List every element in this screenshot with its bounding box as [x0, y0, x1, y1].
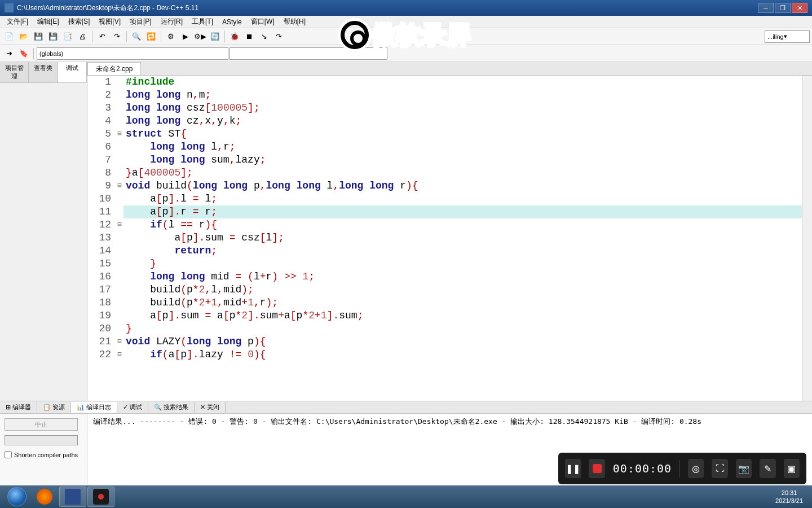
print-icon[interactable]: 🖨	[76, 30, 89, 43]
record-button[interactable]	[589, 459, 604, 478]
recording-toolbar: ❚❚ 00:00:00 ◎ ⛶ 📷 ✎ ▣	[558, 453, 806, 484]
save-all-icon[interactable]: 💾	[46, 30, 60, 43]
run-icon[interactable]: ▶	[179, 30, 192, 43]
menu-编辑[E][interactable]: 编辑[E]	[33, 16, 64, 28]
compile-icon[interactable]: ⚙	[164, 30, 178, 43]
side-tab[interactable]: 项目管理	[0, 62, 29, 82]
find-icon[interactable]: 🔍	[130, 30, 143, 43]
layout-icon[interactable]: ▣	[784, 459, 800, 478]
goto-icon[interactable]: ➜	[2, 47, 16, 60]
profile-combo[interactable]: ...iling ▾	[765, 30, 810, 43]
pen-icon[interactable]: ✎	[760, 459, 775, 478]
rebuild-icon[interactable]: 🔄	[208, 30, 222, 43]
code-editor[interactable]: 12345678910111213141516171819202122 ⊟⊟⊟⊟…	[87, 76, 812, 401]
camera-icon[interactable]: 📷	[736, 459, 752, 478]
new-file-icon[interactable]: 📄	[2, 30, 16, 43]
start-button[interactable]	[3, 487, 30, 507]
taskbar: 20:31 2021/3/21	[0, 485, 812, 508]
taskbar-devcpp[interactable]	[59, 487, 86, 507]
target-icon[interactable]: ◎	[688, 459, 704, 478]
bottom-tab[interactable]: 📋资源	[37, 402, 71, 413]
side-tabs: 项目管理查看类调试	[0, 62, 87, 83]
redo-icon[interactable]: ↷	[110, 30, 123, 43]
fold-column[interactable]: ⊟⊟⊟⊟⊟	[116, 76, 123, 401]
bottom-tabs: ⊞编译器📋资源📊编译日志✓调试🔍搜索结果✕关闭	[0, 401, 812, 413]
globals-combo[interactable]: (globals)	[37, 47, 228, 60]
menu-视图[V][interactable]: 视图[V]	[94, 16, 125, 28]
menu-运行[R][interactable]: 运行[R]	[156, 16, 187, 28]
bottom-tab[interactable]: 🔍搜索结果	[148, 402, 195, 413]
close-file-icon[interactable]: 📑	[61, 30, 74, 43]
menu-文件[F][interactable]: 文件[F]	[2, 16, 33, 28]
debug-icon[interactable]: 🐞	[228, 30, 241, 43]
progress-bar	[5, 435, 78, 445]
menu-窗口[W][interactable]: 窗口[W]	[246, 16, 279, 28]
maximize-button[interactable]: ❐	[775, 3, 791, 13]
bottom-tab[interactable]: 📊编译日志	[71, 402, 117, 413]
menu-搜索[S][interactable]: 搜索[S]	[64, 16, 95, 28]
minimize-button[interactable]: ─	[758, 3, 774, 13]
stop-icon[interactable]: ⏹	[242, 30, 256, 43]
taskbar-firefox[interactable]	[31, 487, 58, 507]
expand-icon[interactable]: ⛶	[712, 459, 727, 478]
system-clock[interactable]: 20:31 2021/3/21	[770, 489, 809, 505]
step-over-icon[interactable]: ↷	[272, 30, 285, 43]
bottom-tab[interactable]: ✕关闭	[195, 402, 226, 413]
sidebar: 项目管理查看类调试	[0, 62, 87, 401]
symbols-combo[interactable]	[230, 47, 387, 60]
bottom-tab[interactable]: ⊞编译器	[0, 402, 37, 413]
vertical-scrollbar[interactable]	[802, 76, 812, 401]
code-area[interactable]: #includelong long n,m;long long csz[1000…	[123, 76, 802, 401]
side-tab[interactable]: 调试	[58, 62, 87, 82]
file-tab[interactable]: 未命名2.cpp	[87, 62, 141, 75]
bottom-tab[interactable]: ✓调试	[117, 402, 148, 413]
menubar: 文件[F]编辑[E]搜索[S]视图[V]项目[P]运行[R]工具[T]AStyl…	[0, 16, 812, 28]
menu-AStyle[interactable]: AStyle	[218, 17, 246, 27]
replace-icon[interactable]: 🔁	[144, 30, 158, 43]
pause-button[interactable]: ❚❚	[565, 459, 581, 478]
close-button[interactable]: ✕	[792, 3, 807, 13]
file-tabs: 未命名2.cpp	[87, 62, 812, 76]
title-text: C:\Users\Administrator\Desktop\未命名2.cpp …	[17, 3, 758, 13]
menu-帮助[H][interactable]: 帮助[H]	[279, 16, 310, 28]
side-tab[interactable]: 查看类	[29, 62, 58, 82]
stop-compile-button[interactable]: 中止	[5, 418, 78, 431]
taskbar-recorder[interactable]	[87, 487, 114, 507]
undo-icon[interactable]: ↶	[95, 30, 109, 43]
titlebar: C:\Users\Administrator\Desktop\未命名2.cpp …	[0, 0, 812, 16]
save-icon[interactable]: 💾	[32, 30, 45, 43]
toolbar-2: ➜ 🔖 (globals)	[0, 45, 812, 62]
toolbar-1: 📄 📂 💾 💾 📑 🖨 ↶ ↷ 🔍 🔁 ⚙ ▶ ⚙▶ 🔄 🐞 ⏹ ↘ ↷ ...…	[0, 28, 812, 45]
bookmark-icon[interactable]: 🔖	[17, 47, 30, 60]
open-icon[interactable]: 📂	[17, 30, 30, 43]
menu-工具[T][interactable]: 工具[T]	[187, 16, 218, 28]
line-gutter: 12345678910111213141516171819202122	[87, 76, 116, 401]
shorten-paths-checkbox[interactable]: Shorten compiler paths	[5, 451, 82, 458]
app-icon	[5, 3, 14, 12]
menu-项目[P][interactable]: 项目[P]	[125, 16, 156, 28]
step-icon[interactable]: ↘	[257, 30, 271, 43]
record-timer: 00:00:00	[613, 462, 672, 475]
compile-run-icon[interactable]: ⚙▶	[193, 30, 207, 43]
